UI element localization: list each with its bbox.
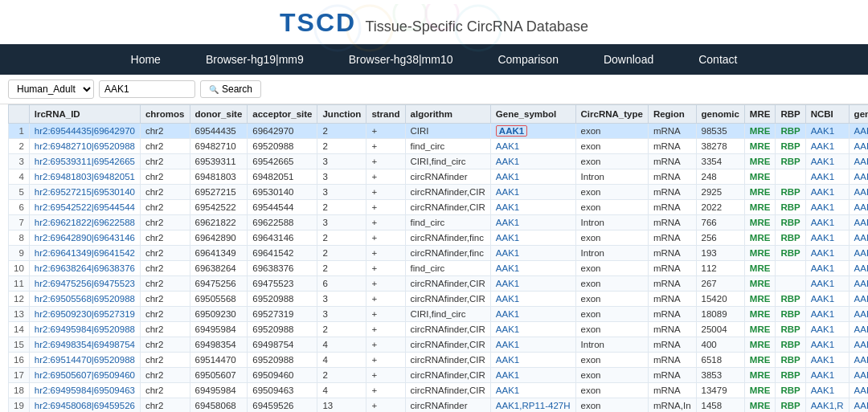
cell-id[interactable]: hr2:69458068|69459526	[29, 398, 140, 413]
cell-ncbi[interactable]: AAK1	[805, 230, 849, 246]
cell-gene[interactable]: AAK1	[490, 169, 575, 185]
cell-ncbi[interactable]: AAK1	[805, 337, 849, 353]
gene-search-input[interactable]	[99, 80, 195, 98]
cell-id[interactable]: hr2:69539311|69542665	[29, 154, 140, 169]
cell-ncbi[interactable]: AAK1	[805, 185, 849, 200]
cell-rbp[interactable]: RBP	[776, 215, 805, 230]
cell-ncbi[interactable]: AAK1	[805, 322, 849, 337]
cell-gene[interactable]: AAK1	[490, 154, 575, 169]
cell-gene[interactable]: AAK1	[490, 322, 575, 337]
cell-ncbi[interactable]: AAK1	[805, 200, 849, 215]
cell-mre[interactable]: MRE	[744, 185, 776, 200]
cell-mre[interactable]: MRE	[744, 124, 776, 139]
cell-rbp[interactable]: RBP	[776, 139, 805, 154]
cell-mre[interactable]: MRE	[744, 322, 776, 337]
cell-rbp[interactable]: RBP	[776, 200, 805, 215]
cell-ncbi[interactable]: AAK1	[805, 276, 849, 292]
cell-genecards[interactable]: AAK1	[849, 261, 868, 276]
cell-mre[interactable]: MRE	[744, 261, 776, 276]
cell-genecards[interactable]: AAK1	[849, 246, 868, 261]
cell-mre[interactable]: MRE	[744, 337, 776, 353]
cell-genecards[interactable]: AAK1	[849, 307, 868, 322]
cell-ncbi[interactable]: AAK1	[805, 353, 849, 368]
cell-genecards[interactable]: AAK1	[849, 368, 868, 383]
cell-gene[interactable]: AAK1	[490, 246, 575, 261]
cell-mre[interactable]: MRE	[744, 246, 776, 261]
cell-gene[interactable]: AAK1,RP11-427H	[490, 398, 575, 413]
cell-genecards[interactable]: AAK1	[849, 215, 868, 230]
cell-ncbi[interactable]: AAK1	[805, 154, 849, 169]
cell-mre[interactable]: MRE	[744, 398, 776, 413]
cell-genecards[interactable]: AAK1	[849, 276, 868, 292]
cell-gene[interactable]: AAK1	[490, 337, 575, 353]
cell-genecards[interactable]: AAK1	[849, 322, 868, 337]
cell-ncbi[interactable]: AAK1	[805, 169, 849, 185]
cell-ncbi[interactable]: AAK1	[805, 246, 849, 261]
cell-id[interactable]: hr2:69481803|69482051	[29, 169, 140, 185]
cell-mre[interactable]: MRE	[744, 154, 776, 169]
cell-genecards[interactable]: AAK1	[849, 185, 868, 200]
cell-id[interactable]: hr2:69542522|69544544	[29, 200, 140, 215]
cell-ncbi[interactable]: AAK1	[805, 292, 849, 307]
cell-genecards[interactable]: AAK1	[849, 124, 868, 139]
cell-mre[interactable]: MRE	[744, 292, 776, 307]
cell-mre[interactable]: MRE	[744, 368, 776, 383]
cell-genecards[interactable]: AAK1	[849, 169, 868, 185]
nav-home[interactable]: Home	[108, 44, 183, 75]
cell-rbp[interactable]: RBP	[776, 230, 805, 246]
cell-id[interactable]: hr2:69621822|69622588	[29, 215, 140, 230]
cell-ncbi[interactable]: AAK1	[805, 139, 849, 154]
search-button[interactable]: Search	[200, 80, 261, 98]
cell-genecards[interactable]: AAK1	[849, 292, 868, 307]
cell-gene[interactable]: AAK1	[490, 200, 575, 215]
cell-gene[interactable]: AAK1	[490, 292, 575, 307]
cell-gene[interactable]: AAK1	[490, 383, 575, 398]
cell-genecards[interactable]: AAK1	[849, 154, 868, 169]
cell-genecards[interactable]: AAK1	[849, 383, 868, 398]
cell-id[interactable]: hr2:69505568|69520988	[29, 292, 140, 307]
cell-mre[interactable]: MRE	[744, 139, 776, 154]
cell-gene[interactable]: AAK1	[490, 276, 575, 292]
cell-rbp[interactable]: RBP	[776, 368, 805, 383]
cell-id[interactable]: hr2:69498354|69498754	[29, 337, 140, 353]
cell-id[interactable]: hr2:69509230|69527319	[29, 307, 140, 322]
cell-gene[interactable]: AAK1	[490, 139, 575, 154]
species-select[interactable]: Human_Adult Human_Fetal Mouse_Adult	[8, 80, 94, 99]
cell-mre[interactable]: MRE	[744, 200, 776, 215]
cell-id[interactable]: hr2:69527215|69530140	[29, 185, 140, 200]
nav-contact[interactable]: Contact	[676, 44, 760, 75]
cell-id[interactable]: hr2:69495984|69509463	[29, 383, 140, 398]
cell-ncbi[interactable]: AAK1	[805, 368, 849, 383]
cell-mre[interactable]: MRE	[744, 169, 776, 185]
cell-ncbi[interactable]: AAK1	[805, 215, 849, 230]
cell-genecards[interactable]: AAK1	[849, 230, 868, 246]
cell-genecards[interactable]: AAK1	[849, 337, 868, 353]
cell-gene[interactable]: AAK1	[490, 230, 575, 246]
cell-id[interactable]: hr2:69544435|69642970	[29, 124, 140, 139]
cell-mre[interactable]: MRE	[744, 383, 776, 398]
cell-ncbi[interactable]: AAK1,R	[805, 398, 849, 413]
cell-rbp[interactable]: RBP	[776, 185, 805, 200]
cell-id[interactable]: hr2:69495984|69520988	[29, 322, 140, 337]
cell-genecards[interactable]: AAK1	[849, 398, 868, 413]
cell-mre[interactable]: MRE	[744, 215, 776, 230]
cell-id[interactable]: hr2:69641349|69641542	[29, 246, 140, 261]
cell-gene[interactable]: AAK1	[490, 185, 575, 200]
cell-rbp[interactable]: RBP	[776, 337, 805, 353]
cell-id[interactable]: hr2:69475256|69475523	[29, 276, 140, 292]
cell-mre[interactable]: MRE	[744, 230, 776, 246]
cell-gene[interactable]: AAK1	[490, 261, 575, 276]
cell-rbp[interactable]: RBP	[776, 398, 805, 413]
cell-ncbi[interactable]: AAK1	[805, 261, 849, 276]
cell-id[interactable]: hr2:69482710|69520988	[29, 139, 140, 154]
cell-rbp[interactable]: RBP	[776, 383, 805, 398]
cell-rbp[interactable]: RBP	[776, 292, 805, 307]
cell-genecards[interactable]: AAK1	[849, 200, 868, 215]
cell-id[interactable]: hr2:69638264|69638376	[29, 261, 140, 276]
cell-gene[interactable]: AAK1	[490, 353, 575, 368]
cell-rbp[interactable]: RBP	[776, 154, 805, 169]
cell-rbp[interactable]: RBP	[776, 246, 805, 261]
cell-rbp[interactable]: RBP	[776, 124, 805, 139]
cell-mre[interactable]: MRE	[744, 276, 776, 292]
cell-rbp[interactable]: RBP	[776, 353, 805, 368]
